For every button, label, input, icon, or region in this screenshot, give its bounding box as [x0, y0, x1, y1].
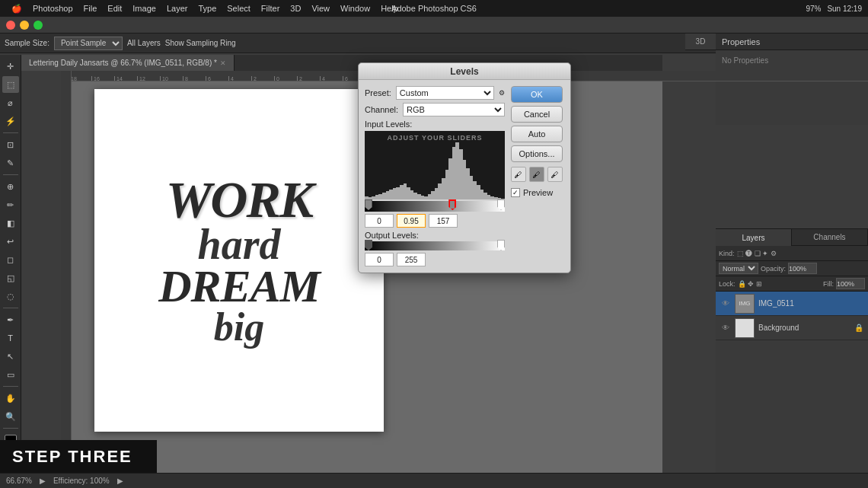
show-sampling-label: Show Sampling Ring	[165, 39, 236, 47]
levels-dialog-left: Preset: Custom ⚙ Channel: RGB Input Leve…	[365, 86, 505, 266]
lasso-tool[interactable]: ⌀	[2, 94, 19, 111]
shape-tool[interactable]: ▭	[2, 366, 19, 383]
zoom-tool[interactable]: 🔍	[2, 408, 19, 425]
mid-input[interactable]	[397, 214, 426, 228]
output-white-slider[interactable]	[497, 240, 505, 250]
healing-brush-tool[interactable]: ⊕	[2, 178, 19, 195]
channel-select[interactable]: RGB	[403, 103, 505, 116]
gray-eyedropper[interactable]: 🖋	[529, 167, 544, 182]
lettering-work: WORK	[166, 175, 312, 225]
hand-tool[interactable]: ✋	[2, 390, 19, 407]
layer-eye-bg-icon[interactable]: 👁	[720, 324, 731, 332]
history-brush-tool[interactable]: ↩	[2, 233, 19, 250]
black-point-slider[interactable]	[365, 199, 372, 210]
3d-button[interactable]: 3D	[685, 33, 716, 50]
status-icon: ▶	[40, 477, 46, 485]
output-white-input[interactable]	[397, 253, 426, 266]
preview-label: Preview	[523, 188, 553, 197]
blend-mode-select[interactable]: Normal	[719, 263, 758, 274]
menu-photoshop[interactable]: Photoshop	[27, 0, 78, 17]
menu-select[interactable]: Select	[222, 0, 256, 17]
tab-channels[interactable]: Channels	[792, 229, 868, 246]
lettering-big: big	[214, 308, 264, 346]
eyedropper-tool[interactable]: ✎	[2, 155, 19, 171]
white-point-slider[interactable]	[497, 199, 505, 210]
gradient-tool[interactable]: ◱	[2, 270, 19, 286]
ruler-tick: 2	[297, 76, 320, 81]
stamp-tool[interactable]: ◧	[2, 215, 19, 231]
preset-label: Preset:	[365, 88, 391, 97]
menu-3d[interactable]: 3D	[285, 0, 306, 17]
cancel-button[interactable]: Cancel	[511, 106, 563, 123]
move-tool[interactable]: ✛	[2, 58, 19, 75]
layer-eye-icon[interactable]: 👁	[720, 299, 731, 308]
white-eyedropper[interactable]: 🖋	[547, 167, 563, 182]
minimize-button[interactable]	[20, 21, 29, 30]
lettering-hard: hard	[198, 225, 281, 265]
opacity-label: Opacity:	[761, 265, 786, 273]
output-slider-track[interactable]	[365, 241, 505, 250]
layer-item-img[interactable]: 👁 IMG IMG_0511	[716, 292, 868, 316]
document-tab[interactable]: Lettering Daily Jansarts @ 66.7% (IMG_05…	[21, 55, 235, 71]
apple-menu[interactable]: 🍎	[6, 0, 27, 17]
ok-button[interactable]: OK	[511, 86, 563, 103]
quick-select-tool[interactable]: ⚡	[2, 113, 19, 129]
menu-image[interactable]: Image	[127, 0, 161, 17]
opacity-input[interactable]	[788, 263, 817, 274]
menu-window[interactable]: Window	[335, 0, 375, 17]
toolbar-divider-1	[3, 132, 18, 133]
black-eyedropper[interactable]: 🖋	[511, 167, 526, 182]
fill-label: Fill:	[823, 280, 834, 288]
lock-icons: 🔒 ✥ ⊞	[738, 280, 762, 288]
crop-tool[interactable]: ⊡	[2, 136, 19, 153]
fill-input[interactable]	[836, 278, 865, 289]
marquee-tool[interactable]: ⬚	[2, 76, 19, 93]
menu-layer[interactable]: Layer	[161, 0, 193, 17]
eraser-tool[interactable]: ◻	[2, 251, 19, 268]
ruler-tick: 4	[228, 76, 251, 81]
tab-layers[interactable]: Layers	[716, 229, 792, 246]
layer-name-img: IMG_0511	[758, 299, 863, 308]
close-button[interactable]	[6, 21, 15, 30]
output-black-input[interactable]	[365, 253, 394, 266]
properties-panel-title: Properties	[722, 37, 760, 46]
blur-tool[interactable]: ◌	[2, 288, 19, 305]
options-button[interactable]: Options...	[511, 145, 563, 162]
ruler-tick: 16	[91, 76, 114, 81]
efficiency-info: Efficiency: 100%	[53, 477, 110, 485]
input-slider-track[interactable]	[365, 201, 505, 212]
preset-select[interactable]: Custom	[396, 86, 494, 100]
ruler-tick: 14	[114, 76, 137, 81]
black-input[interactable]	[365, 214, 394, 228]
menu-edit[interactable]: Edit	[102, 0, 127, 17]
menu-file[interactable]: File	[78, 0, 103, 17]
layer-item-background[interactable]: 👁 Background 🔒	[716, 316, 868, 340]
menu-filter[interactable]: Filter	[256, 0, 285, 17]
sample-size-label: Sample Size:	[5, 39, 49, 47]
auto-button[interactable]: Auto	[511, 126, 563, 142]
lettering-content: WORK hard DREAM big	[94, 89, 384, 432]
arrow-icon: ▶	[117, 477, 123, 485]
midpoint-slider[interactable]	[448, 199, 456, 210]
maximize-button[interactable]	[34, 21, 43, 30]
pen-tool[interactable]: ✒	[2, 311, 19, 328]
sample-size-select[interactable]: Point Sample	[54, 37, 123, 50]
status-bar: 66.67% ▶ Efficiency: 100% ▶	[0, 473, 868, 488]
brush-tool[interactable]: ✏	[2, 196, 19, 213]
path-selection-tool[interactable]: ↖	[2, 348, 19, 365]
preview-checkbox[interactable]: ✓	[511, 188, 520, 197]
white-input[interactable]	[429, 214, 458, 228]
kind-filter-icons[interactable]: ⬚ 🅣 ❑ ✦ ⚙	[737, 250, 777, 257]
toolbar-divider-3	[3, 308, 18, 308]
ruler-tick: 4	[320, 76, 343, 81]
layers-kind-row: Kind: ⬚ 🅣 ❑ ✦ ⚙	[716, 246, 868, 261]
ruler-tick: 0	[274, 76, 297, 81]
menu-type[interactable]: Type	[193, 0, 222, 17]
doc-tab-close[interactable]: ✕	[220, 59, 226, 67]
ruler-tick: 18	[69, 76, 91, 81]
layer-thumbnail-background	[735, 318, 755, 338]
text-tool[interactable]: T	[2, 330, 19, 346]
output-black-slider[interactable]	[365, 240, 372, 250]
ruler-tick: 12	[137, 76, 160, 81]
menu-view[interactable]: View	[306, 0, 335, 17]
